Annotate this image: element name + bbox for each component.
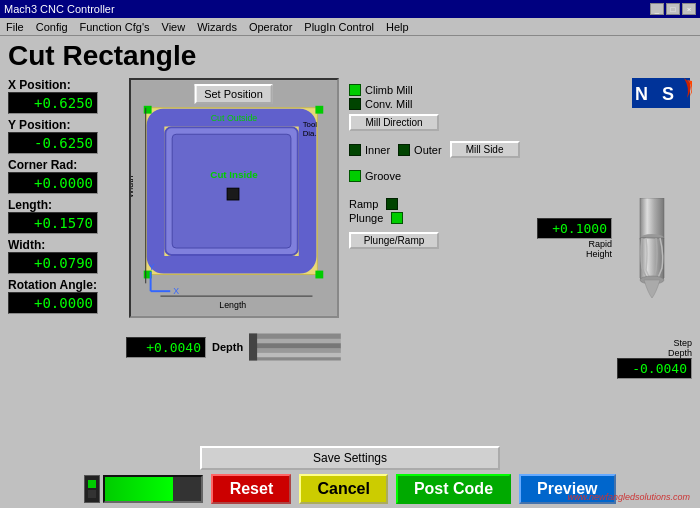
corner-rad-group: Corner Rad: +0.0000 bbox=[8, 158, 118, 194]
svg-rect-33 bbox=[640, 198, 664, 238]
rapid-height-value[interactable]: +0.1000 bbox=[537, 218, 612, 239]
svg-text:N: N bbox=[635, 84, 648, 104]
svg-text:Y: Y bbox=[148, 262, 154, 272]
ramp-plunge-section: Ramp Plunge Plunge/Ramp bbox=[349, 198, 439, 328]
menu-wizards[interactable]: Wizards bbox=[191, 20, 243, 34]
width-value[interactable]: +0.0790 bbox=[8, 252, 98, 274]
svg-rect-9 bbox=[315, 106, 323, 114]
cancel-button[interactable]: Cancel bbox=[299, 474, 387, 504]
diagram-area: Set Position bbox=[129, 78, 339, 318]
svg-rect-27 bbox=[249, 357, 341, 360]
save-settings-button[interactable]: Save Settings bbox=[200, 446, 500, 470]
outer-row: Outer bbox=[398, 144, 442, 156]
svg-rect-5 bbox=[227, 188, 239, 200]
groove-label: Groove bbox=[365, 170, 401, 182]
progress-bar bbox=[103, 475, 203, 503]
svg-text:Dia.: Dia. bbox=[302, 129, 316, 138]
plunge-ramp-button[interactable]: Plunge/Ramp bbox=[349, 232, 439, 249]
title-bar-text: Mach3 CNC Controller bbox=[4, 3, 115, 15]
inner-outer-row: Inner Outer Mill Side bbox=[349, 141, 692, 158]
left-panel: X Position: +0.6250 Y Position: -0.6250 … bbox=[8, 78, 118, 436]
outer-led[interactable] bbox=[398, 144, 410, 156]
climb-mill-led[interactable] bbox=[349, 84, 361, 96]
svg-rect-25 bbox=[249, 349, 341, 353]
step-depth-value[interactable]: -0.0040 bbox=[617, 358, 692, 379]
menu-help[interactable]: Help bbox=[380, 20, 415, 34]
svg-text:Cut Inside: Cut Inside bbox=[210, 169, 258, 180]
reset-button[interactable]: Reset bbox=[211, 474, 291, 504]
right-panel: N S Climb Mill Conv. Mill Mil bbox=[349, 78, 692, 436]
mill-tool-image bbox=[612, 198, 692, 318]
plunge-row: Plunge bbox=[349, 212, 439, 224]
svg-text:Tool: Tool bbox=[302, 120, 317, 129]
depth-value[interactable]: +0.0040 bbox=[126, 337, 206, 358]
x-position-value[interactable]: +0.6250 bbox=[8, 92, 98, 114]
svg-rect-22 bbox=[249, 333, 341, 338]
step-depth-section: StepDepth -0.0040 bbox=[349, 338, 692, 379]
title-bar-controls: _ □ × bbox=[650, 3, 696, 15]
y-position-value[interactable]: -0.6250 bbox=[8, 132, 98, 154]
groove-led[interactable] bbox=[349, 170, 361, 182]
plunge-led[interactable] bbox=[391, 212, 403, 224]
set-position-button[interactable]: Set Position bbox=[194, 84, 273, 104]
length-value[interactable]: +0.1570 bbox=[8, 212, 98, 234]
post-code-button[interactable]: Post Code bbox=[396, 474, 511, 504]
small-led-dark bbox=[88, 490, 96, 498]
menu-operator[interactable]: Operator bbox=[243, 20, 298, 34]
inner-row: Inner bbox=[349, 144, 390, 156]
inner-led[interactable] bbox=[349, 144, 361, 156]
width-label: Width: bbox=[8, 238, 118, 252]
menu-view[interactable]: View bbox=[156, 20, 192, 34]
ramp-row: Ramp bbox=[349, 198, 439, 210]
small-indicator bbox=[84, 475, 100, 503]
rapid-height-label: RapidHeight bbox=[537, 239, 612, 259]
mill-direction-button[interactable]: Mill Direction bbox=[349, 114, 439, 131]
menu-bar: File Config Function Cfg's View Wizards … bbox=[0, 18, 700, 36]
progress-area bbox=[84, 475, 203, 503]
svg-text:Width: Width bbox=[131, 175, 135, 198]
length-group: Length: +0.1570 bbox=[8, 198, 118, 234]
step-depth-label: StepDepth bbox=[668, 338, 692, 358]
corner-rad-value[interactable]: +0.0000 bbox=[8, 172, 98, 194]
svg-text:Length: Length bbox=[219, 300, 246, 310]
depth-label: Depth bbox=[212, 341, 243, 353]
svg-text:S: S bbox=[662, 84, 674, 104]
svg-text:X: X bbox=[173, 286, 179, 296]
ramp-label: Ramp bbox=[349, 198, 378, 210]
rotation-angle-value[interactable]: +0.0000 bbox=[8, 292, 98, 314]
close-button[interactable]: × bbox=[682, 3, 696, 15]
svg-rect-24 bbox=[249, 343, 341, 348]
tool-ramp-area: Ramp Plunge Plunge/Ramp bbox=[349, 198, 692, 328]
rotation-angle-label: Rotation Angle: bbox=[8, 278, 118, 292]
width-group: Width: +0.0790 bbox=[8, 238, 118, 274]
depth-bars bbox=[249, 322, 341, 372]
plunge-label: Plunge bbox=[349, 212, 383, 224]
save-settings-row: Save Settings bbox=[8, 446, 692, 470]
minimize-button[interactable]: _ bbox=[650, 3, 664, 15]
ramp-led[interactable] bbox=[386, 198, 398, 210]
website-label: www.newfangledsolutions.com bbox=[567, 492, 690, 502]
menu-function-cfgs[interactable]: Function Cfg's bbox=[74, 20, 156, 34]
length-label: Length: bbox=[8, 198, 118, 212]
menu-plugin-control[interactable]: PlugIn Control bbox=[298, 20, 380, 34]
progress-bar-fill bbox=[105, 477, 172, 501]
menu-file[interactable]: File bbox=[0, 20, 30, 34]
svg-rect-28 bbox=[249, 333, 257, 360]
conv-mill-label: Conv. Mill bbox=[365, 98, 412, 110]
mill-side-button[interactable]: Mill Side bbox=[450, 141, 520, 158]
groove-row: Groove bbox=[349, 170, 692, 182]
title-bar: Mach3 CNC Controller _ □ × bbox=[0, 0, 700, 18]
svg-text:Cut Outside: Cut Outside bbox=[210, 113, 257, 123]
y-position-group: Y Position: -0.6250 bbox=[8, 118, 118, 154]
outer-label: Outer bbox=[414, 144, 442, 156]
center-panel: Set Position bbox=[126, 78, 341, 436]
svg-rect-26 bbox=[249, 353, 341, 357]
maximize-button[interactable]: □ bbox=[666, 3, 680, 15]
logo-area: N S bbox=[632, 78, 692, 118]
cut-rectangle-diagram: Cut Inside Cut Outside Y X bbox=[131, 80, 337, 316]
menu-config[interactable]: Config bbox=[30, 20, 74, 34]
y-position-label: Y Position: bbox=[8, 118, 118, 132]
step-depth-group: StepDepth -0.0040 bbox=[617, 338, 692, 379]
conv-mill-led[interactable] bbox=[349, 98, 361, 110]
svg-rect-11 bbox=[315, 271, 323, 279]
